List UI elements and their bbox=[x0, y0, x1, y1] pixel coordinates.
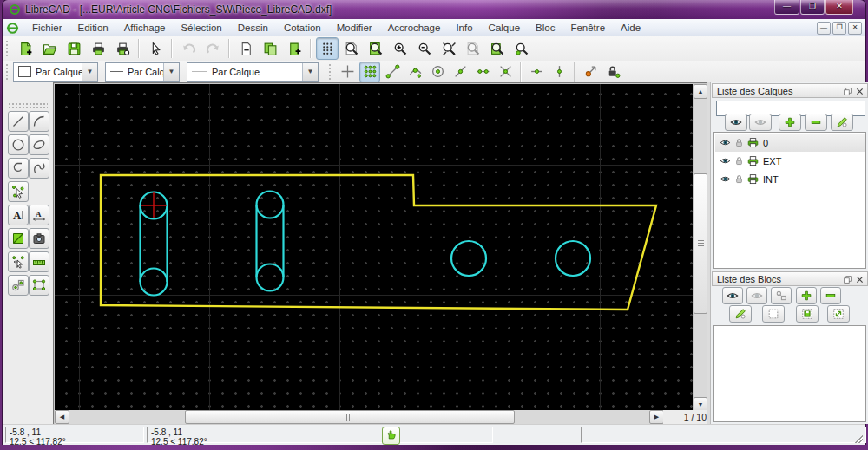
palette-drag-handle[interactable] bbox=[8, 102, 48, 108]
title-bar[interactable]: LibreCAD - [...EUR\Article CNC\Fichiers_… bbox=[3, 0, 865, 19]
scroll-right-button[interactable]: ▶ bbox=[649, 410, 664, 424]
block-gray-button[interactable] bbox=[771, 287, 792, 304]
restrict-h-button[interactable] bbox=[526, 62, 547, 82]
select-tool-button[interactable] bbox=[8, 181, 29, 202]
new-file-button[interactable] bbox=[14, 37, 36, 60]
toolbar-drag-handle[interactable] bbox=[5, 40, 10, 57]
circle-tool-button[interactable] bbox=[8, 134, 29, 155]
minus-button[interactable] bbox=[805, 114, 827, 131]
block-tool-button[interactable] bbox=[29, 275, 49, 296]
layer-list[interactable]: 0EXTINT bbox=[713, 132, 866, 269]
snap-intersection-button[interactable] bbox=[495, 62, 516, 82]
eye-button[interactable] bbox=[725, 114, 747, 131]
blocks-float-icon[interactable] bbox=[843, 274, 852, 288]
lock-rel-button[interactable] bbox=[602, 62, 623, 82]
paste-button[interactable] bbox=[283, 37, 306, 60]
zoom-auto-button[interactable] bbox=[437, 37, 460, 60]
drawing-canvas[interactable] bbox=[55, 84, 693, 410]
coordinate-widget-button[interactable] bbox=[382, 427, 400, 445]
undo-button[interactable] bbox=[177, 37, 200, 60]
snap-grid-button[interactable] bbox=[359, 62, 380, 82]
layer-print-icon[interactable] bbox=[747, 173, 759, 185]
menu-item-cotation[interactable]: Cotation bbox=[276, 20, 329, 36]
snap-middle-button[interactable] bbox=[450, 62, 470, 82]
toolbar-drag-handle[interactable] bbox=[5, 63, 10, 81]
save-file-button[interactable] bbox=[62, 37, 85, 60]
menu-item-accrochage[interactable]: Accrochage bbox=[380, 20, 449, 36]
menu-item-calque[interactable]: Calque bbox=[481, 20, 528, 36]
pencil-button[interactable] bbox=[729, 305, 752, 323]
page-minus-button[interactable] bbox=[234, 37, 257, 60]
menu-item-bloc[interactable]: Bloc bbox=[528, 20, 562, 36]
layer-print-icon[interactable] bbox=[747, 137, 759, 148]
frame-button[interactable] bbox=[762, 305, 785, 323]
zoom-pan-button[interactable] bbox=[510, 37, 533, 60]
menu-item-aide[interactable]: Aide bbox=[613, 20, 648, 36]
layer-visible-icon[interactable] bbox=[720, 137, 731, 148]
zoom-in-button[interactable] bbox=[389, 37, 411, 60]
layer-row-int[interactable]: INT bbox=[715, 170, 865, 188]
print-button[interactable] bbox=[87, 37, 109, 60]
cursor-button[interactable] bbox=[144, 37, 167, 60]
snap-entity-button[interactable] bbox=[404, 62, 425, 82]
layers-panel-title[interactable]: Liste des Calques bbox=[712, 83, 868, 98]
menu-item-slection[interactable]: Sélection bbox=[173, 20, 229, 36]
grid-button[interactable] bbox=[316, 37, 339, 60]
menu-item-affichage[interactable]: Affichage bbox=[116, 20, 174, 36]
order-tool-button[interactable] bbox=[8, 275, 29, 296]
measure-tool-button[interactable] bbox=[29, 251, 49, 272]
toolbar-drag-handle[interactable] bbox=[328, 63, 332, 81]
pen-combo-color[interactable]: Par Calque▼ bbox=[13, 62, 98, 82]
layer-row-0[interactable]: 0 bbox=[715, 134, 865, 152]
chevron-down-icon[interactable]: ▼ bbox=[82, 63, 97, 81]
move-tool-button[interactable] bbox=[8, 251, 29, 272]
snap-endpoint-button[interactable] bbox=[382, 62, 403, 82]
menu-item-dessin[interactable]: Dessin bbox=[230, 20, 276, 36]
spline-tool-button[interactable] bbox=[29, 158, 49, 179]
layer-visible-icon[interactable] bbox=[720, 173, 731, 185]
zoom-prev-button[interactable] bbox=[462, 37, 484, 60]
menu-item-fichier[interactable]: Fichier bbox=[24, 20, 70, 36]
polyline-tool-button[interactable] bbox=[8, 158, 29, 179]
menu-item-edition[interactable]: Edition bbox=[70, 20, 116, 36]
eye-off-button[interactable] bbox=[749, 114, 772, 131]
redo-button[interactable] bbox=[201, 37, 224, 60]
restrict-v-button[interactable] bbox=[549, 62, 569, 82]
layers-float-icon[interactable] bbox=[843, 86, 852, 100]
rel-zero-button[interactable] bbox=[580, 62, 601, 82]
redraw-button[interactable] bbox=[340, 37, 363, 60]
block-list[interactable] bbox=[713, 325, 866, 422]
snap-center-button[interactable] bbox=[427, 62, 448, 82]
chevron-down-icon[interactable]: ▼ bbox=[302, 63, 318, 81]
copy-button[interactable] bbox=[259, 37, 281, 60]
image-tool-button[interactable] bbox=[29, 228, 49, 249]
print-preview-button[interactable] bbox=[111, 37, 134, 60]
window-resize-grip[interactable] bbox=[853, 434, 863, 443]
minimize-button[interactable]: — bbox=[774, 0, 799, 15]
layer-lock-icon[interactable] bbox=[733, 173, 745, 185]
zoom-window-button[interactable] bbox=[486, 37, 509, 60]
blocks-panel-title[interactable]: Liste des Blocs bbox=[712, 271, 868, 286]
layer-row-ext[interactable]: EXT bbox=[715, 152, 865, 170]
pencil-button[interactable] bbox=[831, 114, 853, 131]
horizontal-scrollbar[interactable]: ◀ ▶ bbox=[55, 410, 663, 424]
eye-off-button[interactable] bbox=[746, 287, 767, 304]
scroll-left-button[interactable]: ◀ bbox=[55, 410, 69, 424]
menu-item-fentre[interactable]: Fenêtre bbox=[562, 20, 613, 36]
line-tool-button[interactable] bbox=[8, 111, 29, 132]
zoom-out-button[interactable] bbox=[413, 37, 436, 60]
frame-insert-button[interactable] bbox=[827, 305, 850, 323]
menu-item-modifier[interactable]: Modifier bbox=[329, 20, 380, 36]
layer-print-icon[interactable] bbox=[747, 155, 759, 166]
text-tool-button[interactable]: A bbox=[8, 205, 29, 225]
layers-close-icon[interactable] bbox=[855, 86, 865, 100]
snap-distance-button[interactable] bbox=[472, 62, 493, 82]
mdi-minimize-button[interactable]: — bbox=[817, 22, 831, 35]
chevron-down-icon[interactable]: ▼ bbox=[163, 63, 179, 81]
dimension-tool-button[interactable]: A bbox=[29, 205, 49, 225]
mdi-restore-button[interactable]: ❐ bbox=[832, 22, 846, 35]
close-button[interactable]: ✕ bbox=[825, 0, 853, 15]
blocks-close-icon[interactable] bbox=[855, 274, 865, 288]
layer-lock-icon[interactable] bbox=[733, 155, 745, 166]
open-file-button[interactable] bbox=[38, 37, 61, 60]
